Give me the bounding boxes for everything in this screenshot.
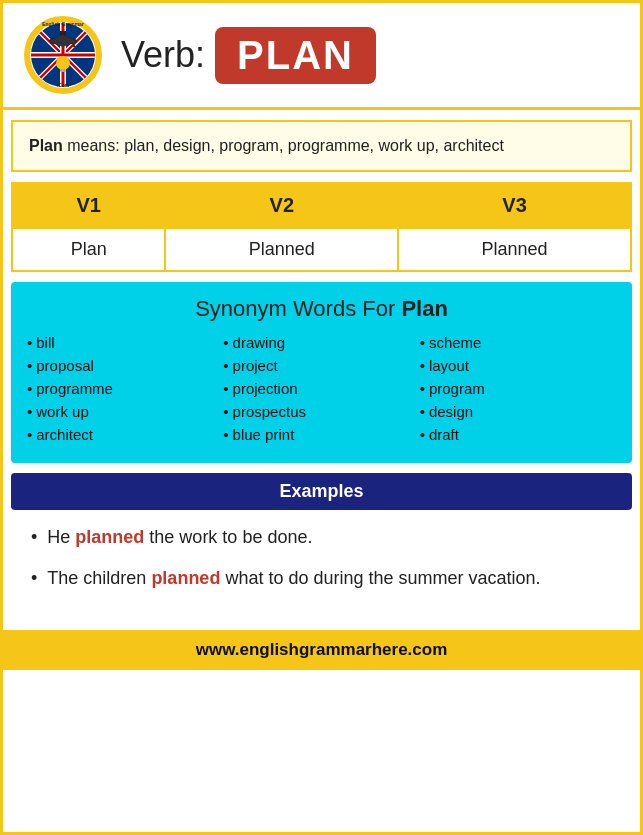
table-header-v2: V2 [165,183,398,228]
svg-rect-16 [73,41,75,47]
header-title: Verb: PLAN [121,27,376,84]
example-item-1: He planned the work to be done. [31,524,612,551]
list-item: design [420,403,616,420]
svg-rect-18 [60,69,66,72]
logo-icon: English Grammar .Com [23,15,103,95]
list-item: proposal [27,357,223,374]
table-header-v3: V3 [398,183,631,228]
examples-header: Examples [11,473,632,510]
synonym-title: Synonym Words For Plan [27,296,616,322]
list-item: layout [420,357,616,374]
synonym-col-3: scheme layout program design draft [420,334,616,449]
synonym-columns: bill proposal programme work up architec… [27,334,616,449]
list-item: programme [27,380,223,397]
synonym-col-2: drawing project projection prospectus bl… [223,334,419,449]
list-item: prospectus [223,403,419,420]
synonym-title-word: Plan [401,296,447,321]
svg-text:English Grammar: English Grammar [42,21,84,27]
verb-table: V1 V2 V3 Plan Planned Planned [11,182,632,272]
verb-word: PLAN [215,27,376,84]
means-prefix: Plan [29,137,63,154]
list-item: program [420,380,616,397]
footer-url: www.englishgrammarhere.com [196,640,448,659]
verb-label: Verb: [121,34,205,76]
example-item-2: The children planned what to do during t… [31,565,612,592]
list-item: work up [27,403,223,420]
svg-text:.Com: .Com [57,82,70,88]
list-item: draft [420,426,616,443]
list-item: blue print [223,426,419,443]
list-item: bill [27,334,223,351]
example-2-text: The children planned what to do during t… [47,565,540,592]
list-item: drawing [223,334,419,351]
header: English Grammar .Com Verb: PLAN [3,3,640,110]
list-item: projection [223,380,419,397]
example-1-text: He planned the work to be done. [47,524,312,551]
table-cell-v2: Planned [165,228,398,271]
table-cell-v3: Planned [398,228,631,271]
means-text: means: plan, design, program, programme,… [63,137,504,154]
synonym-title-prefix: Synonym Words For [195,296,401,321]
list-item: architect [27,426,223,443]
examples-body: He planned the work to be done. The chil… [11,510,632,620]
table-header-v1: V1 [12,183,165,228]
synonym-col-1: bill proposal programme work up architec… [27,334,223,449]
synonym-section: Synonym Words For Plan bill proposal pro… [11,282,632,463]
list-item: scheme [420,334,616,351]
means-section: Plan means: plan, design, program, progr… [11,120,632,172]
footer: www.englishgrammarhere.com [3,630,640,670]
table-cell-v1: Plan [12,228,165,271]
svg-point-17 [56,56,70,70]
list-item: project [223,357,419,374]
